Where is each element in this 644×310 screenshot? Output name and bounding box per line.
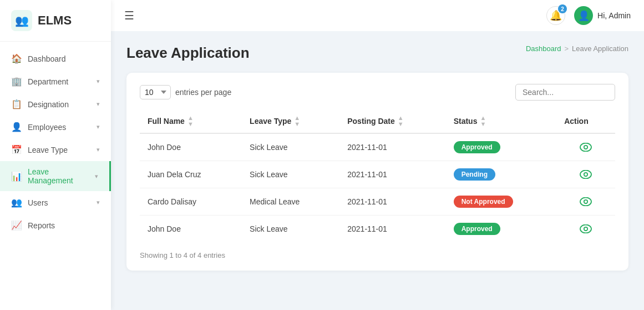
col-header-posting_date: Posting Date ▲▼ [339, 109, 445, 133]
cell-full-name: John Doe [140, 133, 242, 161]
sidebar-item-employees[interactable]: 👤 Employees ▾ [0, 116, 111, 138]
table-row: John Doe Sick Leave 2021-11-01 Approved [140, 216, 615, 243]
main-card: 10 25 50 100 entries per page Full Name … [126, 73, 628, 271]
nav-item-left: 📊 Leave Management [11, 167, 95, 185]
cell-status: Approved [446, 216, 556, 243]
cell-leave-type: Sick Leave [242, 216, 339, 243]
cell-status: Not Approved [446, 188, 556, 216]
col-label-action: Action [564, 117, 589, 126]
header-row: Full Name ▲▼ Leave Type ▲▼ Posting Date … [140, 109, 615, 133]
topbar: ☰ 🔔 2 👤 Hi, Admin [111, 0, 644, 31]
svg-point-2 [580, 171, 591, 179]
logo-icon: 👥 [11, 10, 32, 31]
page-header: Leave Application Dashboard > Leave Appl… [126, 44, 628, 62]
nav-icon-department: 🏢 [11, 76, 22, 87]
cell-action [556, 161, 615, 188]
breadcrumb-separator: > [564, 44, 569, 53]
entries-control: 10 25 50 100 entries per page [140, 85, 231, 99]
sidebar-item-designation[interactable]: 📋 Designation ▾ [0, 93, 111, 116]
table-row: Juan Dela Cruz Sick Leave 2021-11-01 Pen… [140, 161, 615, 188]
view-button[interactable] [564, 143, 607, 152]
notification-button[interactable]: 🔔 2 [546, 6, 565, 25]
cell-leave-type: Sick Leave [242, 161, 339, 188]
nav-label-employees: Employees [28, 123, 66, 132]
user-greeting: Hi, Admin [597, 11, 631, 20]
col-label-posting_date: Posting Date [347, 117, 395, 126]
cell-leave-type: Medical Leave [242, 188, 339, 216]
cell-status: Pending [446, 161, 556, 188]
sidebar-item-leave-type[interactable]: 📅 Leave Type ▾ [0, 138, 111, 161]
svg-point-7 [584, 227, 587, 231]
nav-label-reports: Reports [28, 221, 55, 230]
sidebar: 👥 ELMS 🏠 Dashboard 🏢 Department ▾ 📋 Desi… [0, 0, 111, 310]
cell-status: Approved [446, 133, 556, 161]
nav-icon-dashboard: 🏠 [11, 53, 22, 64]
table-controls: 10 25 50 100 entries per page [140, 84, 615, 101]
cell-posting-date: 2021-11-01 [339, 161, 445, 188]
nav-label-dashboard: Dashboard [28, 54, 66, 63]
data-table: Full Name ▲▼ Leave Type ▲▼ Posting Date … [140, 109, 615, 242]
view-button[interactable] [564, 170, 607, 179]
table-footer: Showing 1 to 4 of 4 entries [140, 251, 615, 259]
svg-point-6 [580, 225, 591, 233]
table-row: John Doe Sick Leave 2021-11-01 Approved [140, 133, 615, 161]
chevron-icon-employees: ▾ [97, 123, 100, 131]
view-button[interactable] [564, 197, 607, 206]
chevron-icon-designation: ▾ [97, 101, 100, 108]
cell-posting-date: 2021-11-01 [339, 188, 445, 216]
svg-point-3 [584, 173, 587, 176]
breadcrumb-home[interactable]: Dashboard [526, 44, 561, 53]
search-input[interactable] [515, 84, 615, 101]
nav-icon-leave-management: 📊 [11, 171, 22, 182]
status-badge: Not Approved [454, 196, 513, 208]
nav-item-left: 📈 Reports [11, 220, 55, 231]
chevron-icon-department: ▾ [97, 78, 100, 85]
sort-icon-full_name[interactable]: ▲▼ [187, 115, 194, 127]
chevron-icon-leave-management: ▾ [95, 173, 98, 180]
chevron-icon-users: ▾ [97, 199, 100, 206]
cell-posting-date: 2021-11-01 [339, 133, 445, 161]
nav-label-department: Department [28, 77, 68, 86]
sidebar-item-leave-management[interactable]: 📊 Leave Management ▾ [0, 161, 111, 191]
svg-point-5 [584, 200, 587, 203]
cell-action [556, 133, 615, 161]
view-button[interactable] [564, 224, 607, 233]
col-label-leave_type: Leave Type [250, 117, 291, 126]
entries-label: entries per page [175, 88, 231, 97]
sort-icon-posting_date[interactable]: ▲▼ [398, 115, 404, 127]
nav-icon-users: 👥 [11, 197, 22, 208]
sidebar-item-reports[interactable]: 📈 Reports [0, 214, 111, 237]
entries-select[interactable]: 10 25 50 100 [140, 85, 171, 99]
nav-item-left: 👤 Employees [11, 122, 66, 132]
main-area: ☰ 🔔 2 👤 Hi, Admin Leave Application Dash… [111, 0, 644, 310]
sidebar-nav: 🏠 Dashboard 🏢 Department ▾ 📋 Designation… [0, 42, 111, 310]
notification-badge: 2 [558, 4, 567, 13]
svg-point-1 [584, 146, 587, 149]
table-body: John Doe Sick Leave 2021-11-01 Approved … [140, 133, 615, 242]
nav-label-users: Users [28, 198, 48, 207]
nav-icon-reports: 📈 [11, 220, 22, 231]
sidebar-item-department[interactable]: 🏢 Department ▾ [0, 70, 111, 93]
topbar-right: 🔔 2 👤 Hi, Admin [546, 6, 631, 25]
cell-full-name: John Doe [140, 216, 242, 243]
logo-area: 👥 ELMS [0, 0, 111, 42]
nav-item-left: 📋 Designation [11, 99, 69, 109]
nav-icon-leave-type: 📅 [11, 144, 22, 155]
col-label-full_name: Full Name [148, 117, 185, 126]
app-name: ELMS [38, 13, 72, 28]
sidebar-item-dashboard[interactable]: 🏠 Dashboard [0, 47, 111, 70]
breadcrumb-current: Leave Application [572, 44, 628, 53]
sort-icon-leave_type[interactable]: ▲▼ [294, 115, 300, 127]
sidebar-item-users[interactable]: 👥 Users ▾ [0, 191, 111, 214]
svg-point-0 [580, 143, 591, 152]
nav-item-left: 🏠 Dashboard [11, 53, 66, 64]
cell-action [556, 188, 615, 216]
col-header-leave_type: Leave Type ▲▼ [242, 109, 339, 133]
user-avatar: 👤 [574, 6, 593, 25]
sort-icon-status[interactable]: ▲▼ [480, 115, 486, 127]
table-head: Full Name ▲▼ Leave Type ▲▼ Posting Date … [140, 109, 615, 133]
hamburger-icon[interactable]: ☰ [124, 9, 134, 22]
chevron-icon-leave-type: ▾ [97, 146, 100, 153]
user-menu[interactable]: 👤 Hi, Admin [574, 6, 631, 25]
table-row: Cardo Dalisay Medical Leave 2021-11-01 N… [140, 188, 615, 216]
